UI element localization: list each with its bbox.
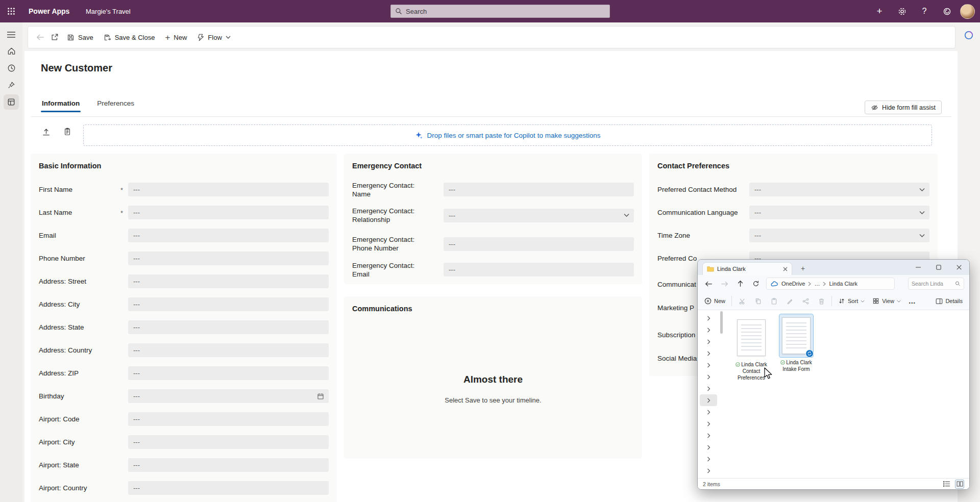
- tree-item[interactable]: [700, 441, 717, 453]
- global-search[interactable]: [390, 5, 610, 18]
- search-input[interactable]: [406, 8, 605, 15]
- file-explorer-window[interactable]: Linda Clark +: [697, 259, 970, 490]
- address-country-input[interactable]: ---: [128, 343, 329, 357]
- share-icon[interactable]: [800, 295, 811, 307]
- emergency-relationship-select[interactable]: ---: [444, 209, 634, 222]
- airport-country-input[interactable]: ---: [128, 481, 329, 495]
- emergency-phone-input[interactable]: ---: [444, 237, 634, 251]
- delete-icon[interactable]: [816, 295, 827, 307]
- explorer-search-input[interactable]: [912, 281, 955, 287]
- file-item-selected[interactable]: Linda Clark Intake Form: [775, 314, 817, 373]
- email-input[interactable]: ---: [128, 229, 329, 242]
- view-button[interactable]: View: [871, 297, 902, 305]
- hide-form-fill-assist-button[interactable]: Hide form fill assist: [865, 101, 942, 114]
- details-pane-button[interactable]: Details: [934, 298, 964, 305]
- tree-item[interactable]: [700, 347, 717, 359]
- back-icon[interactable]: [33, 29, 47, 45]
- address-street-input[interactable]: ---: [128, 274, 329, 288]
- environment-name[interactable]: Margie's Travel: [86, 0, 131, 22]
- app-table-icon[interactable]: [0, 94, 22, 110]
- tree-item-selected[interactable]: [700, 394, 717, 406]
- minimize-button[interactable]: [908, 260, 928, 275]
- address-zip-input[interactable]: ---: [128, 366, 329, 380]
- smart-paste-button[interactable]: [60, 124, 75, 139]
- app-launcher-icon[interactable]: [0, 0, 22, 22]
- tree-item[interactable]: [700, 359, 717, 371]
- time-zone-select[interactable]: ---: [749, 229, 929, 242]
- breadcrumb-current[interactable]: Linda Clark: [829, 281, 857, 287]
- pinned-icon[interactable]: [0, 77, 22, 93]
- new-tab-icon[interactable]: +: [798, 263, 808, 273]
- tree-item[interactable]: [700, 336, 717, 347]
- more-options-button[interactable]: …: [907, 297, 917, 305]
- tree-item[interactable]: [700, 312, 717, 324]
- tree-item[interactable]: [700, 406, 717, 418]
- airport-city-input[interactable]: ---: [128, 435, 329, 449]
- hamburger-menu-icon[interactable]: [0, 27, 22, 43]
- address-state-input[interactable]: ---: [128, 320, 329, 334]
- address-city-input[interactable]: ---: [128, 297, 329, 311]
- copilot-dropzone[interactable]: Drop files or smart paste for Copilot to…: [83, 124, 932, 146]
- flow-button[interactable]: Flow: [192, 29, 235, 45]
- tree-item[interactable]: [700, 383, 717, 394]
- preferred-contact-method-select[interactable]: ---: [749, 183, 929, 196]
- breadcrumb[interactable]: OneDrive … Linda Clark: [766, 278, 895, 290]
- app-name[interactable]: Power Apps: [29, 0, 69, 22]
- save-button[interactable]: Save: [62, 29, 99, 45]
- home-icon[interactable]: [0, 43, 22, 59]
- nav-up-icon[interactable]: [734, 278, 746, 289]
- airport-code-input[interactable]: ---: [128, 412, 329, 426]
- copy-icon[interactable]: [752, 295, 764, 307]
- airport-state-input[interactable]: ---: [128, 458, 329, 472]
- tree-item[interactable]: [700, 453, 717, 465]
- new-file-button[interactable]: New: [703, 297, 727, 305]
- tab-close-icon[interactable]: [783, 267, 788, 271]
- last-name-input[interactable]: ---: [128, 206, 329, 219]
- user-avatar[interactable]: [960, 4, 975, 19]
- first-name-input[interactable]: ---: [128, 183, 329, 196]
- details-view-icon[interactable]: [942, 480, 951, 489]
- copilot-pane-icon[interactable]: [962, 29, 975, 42]
- emergency-email-input[interactable]: ---: [444, 263, 634, 277]
- explorer-titlebar[interactable]: Linda Clark +: [698, 260, 969, 275]
- tab-preferences[interactable]: Preferences: [96, 95, 135, 111]
- chevron-right-icon: [707, 398, 710, 403]
- tree-item[interactable]: [700, 418, 717, 430]
- maximize-button[interactable]: [928, 260, 949, 275]
- tab-information[interactable]: Information: [41, 95, 81, 111]
- tree-item[interactable]: [700, 371, 717, 383]
- cut-icon[interactable]: [737, 295, 748, 307]
- explorer-search[interactable]: [908, 278, 964, 290]
- phone-number-input[interactable]: ---: [128, 252, 329, 265]
- upload-file-button[interactable]: [39, 124, 53, 139]
- tree-item[interactable]: [700, 430, 717, 441]
- emergency-name-input[interactable]: ---: [444, 183, 634, 196]
- help-icon[interactable]: ?: [913, 0, 936, 22]
- new-button[interactable]: + New: [160, 29, 192, 45]
- refresh-icon[interactable]: [750, 278, 762, 289]
- tree-scrollbar[interactable]: [720, 311, 723, 334]
- new-item-icon[interactable]: +: [868, 0, 891, 22]
- tree-item[interactable]: [700, 324, 717, 336]
- copilot-icon[interactable]: [936, 0, 958, 22]
- file-item[interactable]: Linda Clark Contact Preferences: [730, 314, 772, 381]
- tree-item[interactable]: [700, 465, 717, 476]
- settings-gear-icon[interactable]: [891, 0, 913, 22]
- thumbnail-view-icon[interactable]: [955, 480, 964, 489]
- breadcrumb-ellipsis[interactable]: …: [814, 281, 820, 287]
- explorer-tab[interactable]: Linda Clark: [702, 262, 792, 275]
- sort-button[interactable]: Sort: [837, 297, 866, 305]
- explorer-statusbar: 2 items: [698, 478, 969, 489]
- rename-icon[interactable]: [784, 295, 795, 307]
- save-and-close-button[interactable]: Save & Close: [99, 29, 160, 45]
- breadcrumb-root[interactable]: OneDrive: [781, 281, 805, 287]
- popout-icon[interactable]: [47, 29, 62, 45]
- close-button[interactable]: [949, 260, 969, 275]
- nav-forward-icon[interactable]: [719, 278, 730, 289]
- recent-clock-icon[interactable]: [0, 60, 22, 76]
- nav-back-icon[interactable]: [703, 278, 714, 289]
- calendar-icon[interactable]: [317, 393, 324, 400]
- communication-language-select[interactable]: ---: [749, 206, 929, 219]
- paste-icon[interactable]: [768, 295, 779, 307]
- birthday-input[interactable]: ---: [128, 389, 329, 403]
